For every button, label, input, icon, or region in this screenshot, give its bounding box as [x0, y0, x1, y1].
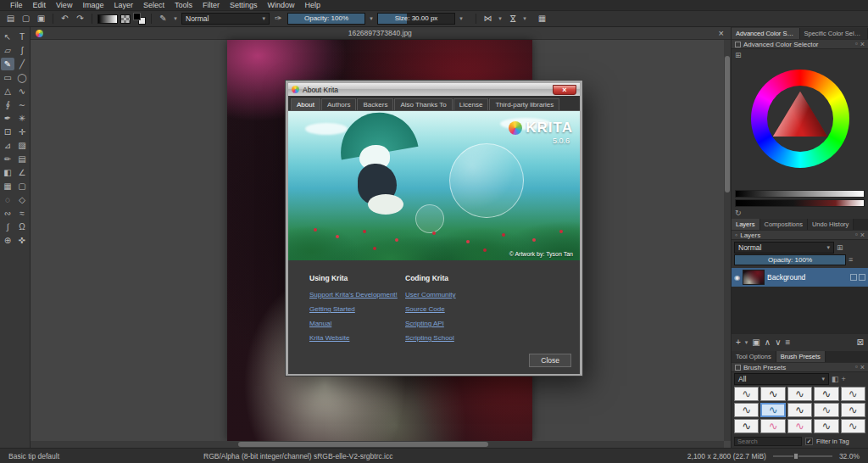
layer-visibility-icon[interactable]: ◉: [734, 274, 740, 282]
opacity-slider[interactable]: Opacity: 100%: [287, 13, 365, 25]
menu-item[interactable]: View: [51, 1, 77, 9]
close-docker-icon[interactable]: ×: [860, 41, 865, 48]
menu-item[interactable]: Help: [300, 1, 326, 9]
tool-multibrush[interactable]: ✳: [15, 112, 29, 125]
brush-preset[interactable]: ∿: [734, 387, 759, 401]
blend-mode-combo[interactable]: Normal ▾: [181, 13, 270, 25]
tool-dynamic-brush[interactable]: ✒: [1, 112, 14, 125]
size-dropdown-icon[interactable]: ▾: [458, 15, 465, 22]
dialog-link[interactable]: Support Krita's Development!: [309, 291, 398, 298]
menu-item[interactable]: Layer: [108, 1, 138, 9]
undo-icon[interactable]: ↶: [58, 13, 71, 25]
tool-smart-patch[interactable]: ▤: [15, 153, 29, 165]
wrap-around-icon[interactable]: ▦: [536, 13, 548, 25]
tool-freehand-brush[interactable]: ✎: [1, 58, 14, 70]
layer-options-icon[interactable]: ≡: [849, 256, 853, 264]
tool-polygonal-selection[interactable]: ◇: [15, 193, 29, 206]
refresh-icon[interactable]: ↻: [735, 209, 742, 217]
scrollbar-thumb[interactable]: [238, 442, 487, 447]
layer-blend-mode-combo[interactable]: Normal ▾: [734, 242, 834, 254]
pattern-preview[interactable]: [120, 14, 131, 24]
tool-rectangular-selection[interactable]: ▢: [15, 180, 29, 192]
layer-properties-icon[interactable]: ≡: [785, 337, 790, 349]
close-button[interactable]: Close: [529, 354, 571, 367]
tool-gradient[interactable]: ▨: [15, 139, 29, 152]
brush-preset[interactable]: ∿: [814, 419, 838, 433]
layer-filter-icon[interactable]: ⊞: [837, 244, 843, 252]
close-document-icon[interactable]: ×: [717, 29, 726, 38]
tool-similar-color-selection[interactable]: ≈: [15, 207, 29, 220]
menu-item[interactable]: Image: [77, 1, 108, 9]
brush-preset[interactable]: ∿: [841, 419, 865, 433]
tool-crop[interactable]: ⊿: [1, 139, 14, 152]
layer-opacity-slider[interactable]: Opacity: 100%: [734, 254, 846, 265]
add-layer-dropdown-icon[interactable]: ▾: [745, 337, 748, 349]
tool-edit-shapes[interactable]: ▱: [1, 44, 14, 57]
menu-item[interactable]: Filter: [198, 1, 225, 9]
zoom-slider-thumb[interactable]: [793, 453, 798, 460]
float-docker-icon[interactable]: ▫: [855, 364, 858, 371]
docker-tab[interactable]: Brush Presets: [776, 351, 826, 362]
add-tag-icon[interactable]: +: [842, 376, 846, 383]
docker-tab[interactable]: Tool Options: [732, 351, 776, 362]
brush-preset[interactable]: ∿: [734, 403, 759, 417]
tool-pan[interactable]: ✜: [15, 234, 29, 247]
dialog-close-button[interactable]: ×: [553, 85, 576, 95]
docker-tab[interactable]: Layers: [732, 219, 760, 230]
tool-elliptical-selection[interactable]: ◌: [1, 193, 14, 206]
brush-preset[interactable]: ∿: [841, 387, 865, 401]
opacity-dropdown-icon[interactable]: ▾: [368, 15, 375, 22]
menu-item[interactable]: Edit: [28, 1, 52, 9]
scrollbar-thumb[interactable]: [725, 56, 730, 192]
tool-bezier-selection[interactable]: ∫: [1, 220, 14, 233]
dialog-link[interactable]: User Community: [405, 291, 456, 298]
tool-line[interactable]: ╱: [15, 58, 29, 70]
brush-editor-dropdown-icon[interactable]: ▾: [172, 15, 179, 22]
save-document-icon[interactable]: ▣: [35, 13, 47, 25]
tool-rectangle[interactable]: ▭: [1, 71, 14, 84]
brush-preset[interactable]: ∿: [787, 387, 812, 401]
menu-item[interactable]: Select: [138, 1, 170, 9]
dialog-link[interactable]: Manual: [309, 320, 398, 327]
lightness-strip[interactable]: [735, 190, 865, 198]
close-docker-icon[interactable]: ×: [860, 364, 865, 371]
tool-fill[interactable]: ◧: [1, 166, 14, 179]
float-docker-icon[interactable]: ▫: [855, 41, 858, 47]
horizontal-scrollbar[interactable]: [31, 441, 724, 448]
menu-item[interactable]: Settings: [225, 1, 263, 9]
brush-preset[interactable]: ∿: [760, 419, 785, 433]
tool-freehand-path[interactable]: ∼: [15, 98, 29, 111]
search-input[interactable]: [734, 437, 802, 446]
choose-brush-preset-icon[interactable]: ✑: [272, 13, 285, 25]
dialog-link[interactable]: Scripting API: [405, 320, 456, 327]
dialog-link[interactable]: Getting Started: [309, 305, 398, 313]
tag-filter-combo[interactable]: All ▾: [734, 373, 829, 385]
float-docker-icon[interactable]: ▫: [855, 232, 858, 238]
menu-item[interactable]: Tools: [170, 1, 198, 9]
docker-tab[interactable]: Compositions: [760, 219, 808, 230]
color-wheel[interactable]: [751, 70, 849, 168]
shade-strip[interactable]: [735, 199, 865, 207]
brush-size-slider[interactable]: Size: 30.00 px: [377, 13, 455, 25]
menu-item[interactable]: File: [5, 1, 28, 9]
tool-polygon[interactable]: △: [1, 85, 14, 98]
tool-reference-images[interactable]: ▦: [1, 180, 14, 192]
redo-icon[interactable]: ↷: [74, 13, 86, 25]
brush-preset[interactable]: ∿: [841, 403, 865, 417]
tool-zoom[interactable]: ⊕: [1, 234, 14, 247]
duplicate-layer-icon[interactable]: ▣: [752, 337, 760, 349]
gradient-preview[interactable]: [97, 14, 118, 24]
dialog-tab[interactable]: Authors: [321, 98, 357, 110]
zoom-slider[interactable]: [773, 452, 832, 460]
dialog-tab[interactable]: License: [453, 98, 489, 110]
tag-icon[interactable]: ◧: [832, 376, 839, 383]
mirror-vertical-dropdown-icon[interactable]: ▾: [521, 15, 528, 22]
mirror-vertical-icon[interactable]: ⋈: [507, 13, 519, 25]
layer-row[interactable]: ◉ Background: [732, 268, 868, 287]
dialog-link[interactable]: Krita Website: [309, 334, 398, 342]
tool-ellipse[interactable]: ◯: [15, 71, 29, 84]
brush-preset[interactable]: ∿: [734, 419, 759, 433]
brush-preset[interactable]: ∿: [760, 403, 785, 417]
layer-lock-icon[interactable]: [859, 274, 865, 281]
dialog-title-bar[interactable]: About Krita ×: [288, 83, 580, 96]
